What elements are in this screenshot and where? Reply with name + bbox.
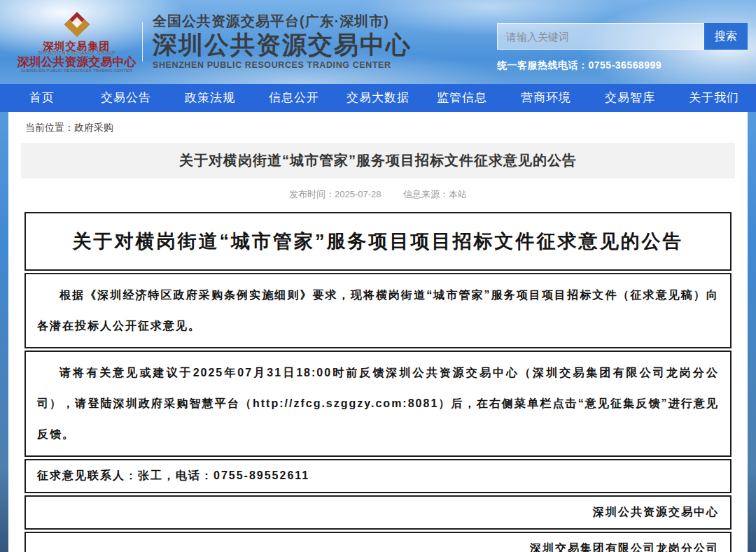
document-contact-line: 征求意见联系人：张工，电话：0755-89552611 (24, 459, 732, 493)
document-paragraph-2: 请将有关意见或建议于2025年07月31日18:00时前反馈深圳公共资源交易中心… (24, 351, 732, 457)
main-nav: 首页 交易公告 政策法规 信息公开 交易大数据 监管信息 营商环境 交易智库 关… (0, 84, 756, 112)
logo-group-name: 深圳交易集团 (15, 41, 138, 52)
page-title: 关于对横岗街道“城市管家”服务项目招标文件征求意见的公告 (179, 153, 577, 168)
nav-item-about-us[interactable]: 关于我们 (672, 84, 756, 112)
document-title: 关于对横岗街道“城市管家”服务项目项目招标文件征求意见的公告 (24, 212, 732, 271)
site-title-en: SHENZHEN PUBLIC RESOURCES TRADING CENTER (153, 60, 412, 70)
nav-item-trade-thinktank[interactable]: 交易智库 (588, 84, 672, 112)
group-logo[interactable]: 深圳交易集团 SHENZHEN EXCHANGE GROUP 深圳公共资源交易中… (15, 11, 138, 73)
document-paragraph-1: 根据《深圳经济特区政府采购条例实施细则》要求，现将横岗街道“城市管家”服务项目项… (24, 273, 732, 348)
logo-center-name: 深圳公共资源交易中心 (15, 56, 138, 69)
site-title-block: 全国公共资源交易平台(广东·深圳市) 深圳公共资源交易中心 SHENZHEN P… (153, 13, 412, 71)
publish-time: 发布时间：2025-07-28 (289, 189, 382, 199)
hotline-text: 统一客服热线电话：0755-36568999 (497, 59, 748, 72)
announcement-document: 关于对横岗街道“城市管家”服务项目项目招标文件征求意见的公告 根据《深圳经济特区… (24, 212, 732, 552)
nav-item-business-environment[interactable]: 营商环境 (504, 84, 588, 112)
search-button[interactable]: 搜索 (704, 23, 748, 50)
nav-item-trade-bigdata[interactable]: 交易大数据 (336, 84, 420, 112)
search-zone: 搜索 统一客服热线电话：0755-36568999 (497, 23, 748, 72)
breadcrumb[interactable]: 当前位置：政府采购 (8, 112, 748, 141)
site-title: 深圳公共资源交易中心 (153, 31, 412, 59)
exchange-group-logo-icon (64, 11, 90, 38)
site-header: 深圳交易集团 SHENZHEN EXCHANGE GROUP 深圳公共资源交易中… (0, 0, 756, 84)
logo-center-name-en: SHENZHEN PUBLIC RESOURCES TRADING CENTER (15, 69, 138, 73)
header-divider (142, 22, 143, 62)
article-meta: 发布时间：2025-07-28 信息来源：本站 (8, 178, 748, 206)
nav-item-supervision[interactable]: 监管信息 (420, 84, 504, 112)
search-input[interactable] (497, 23, 704, 50)
nav-item-policies[interactable]: 政策法规 (168, 84, 252, 112)
page-title-bar: 关于对横岗街道“城市管家”服务项目招标文件征求意见的公告 (21, 143, 735, 178)
nav-item-trade-announcements[interactable]: 交易公告 (84, 84, 168, 112)
main-panel: 当前位置：政府采购 关于对横岗街道“城市管家”服务项目招标文件征求意见的公告 发… (8, 112, 748, 552)
platform-title: 全国公共资源交易平台(广东·深圳市) (153, 13, 412, 29)
info-source: 信息来源：本站 (403, 189, 467, 199)
document-signature-org1: 深圳公共资源交易中心 (24, 495, 732, 530)
nav-item-information-disclosure[interactable]: 信息公开 (252, 84, 336, 112)
document-signature-org2: 深圳交易集团有限公司龙岗分公司 (24, 532, 732, 552)
nav-item-home[interactable]: 首页 (0, 84, 84, 112)
